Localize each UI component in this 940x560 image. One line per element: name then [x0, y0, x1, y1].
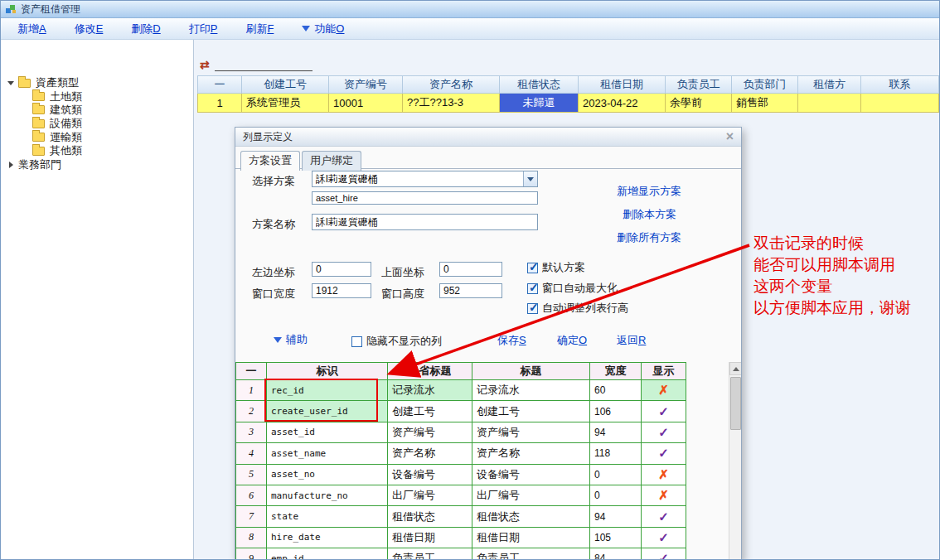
identifier-cell[interactable]: asset_id [267, 422, 388, 443]
header-dept[interactable]: 负责部门 [732, 75, 798, 94]
column-def-row[interactable]: 2 create_user_id 创建工号 创建工号 106 ✓ [235, 401, 729, 422]
show-flag-cell[interactable]: ✓ [642, 401, 686, 422]
asset-row[interactable]: 1 系统管理员 10001 ??工??13-3 未歸還 2023-04-22 余… [197, 94, 939, 113]
scheme-name-field[interactable] [312, 214, 538, 230]
asset-id-cell[interactable]: 10001 [329, 94, 403, 113]
grid-scrollbar[interactable] [729, 362, 742, 560]
title-cell[interactable]: 创建工号 [472, 401, 590, 422]
back-button[interactable]: 返回R [617, 333, 646, 348]
header-row-selector[interactable]: 一 [235, 362, 267, 380]
show-flag-cell[interactable]: ✗ [642, 380, 686, 401]
tab-scheme-settings[interactable]: 方案设置 [240, 151, 300, 171]
dept-cell[interactable]: 銷售部 [732, 94, 798, 113]
hide-hidden-columns-checkbox[interactable]: 隐藏不显示的列 [351, 334, 442, 349]
show-flag-cell[interactable]: ✓ [642, 443, 686, 464]
collapse-arrow-icon[interactable] [9, 162, 13, 168]
column-def-row[interactable]: 4 asset_name 资产名称 资产名称 118 ✓ [235, 443, 729, 464]
show-flag-cell[interactable]: ✗ [642, 485, 686, 506]
tree-node-business-dept[interactable]: 業務部門 [1, 157, 193, 171]
top-coord-field[interactable] [439, 262, 502, 277]
header-create-user[interactable]: 创建工号 [242, 75, 329, 94]
default-title-cell[interactable]: 资产编号 [388, 422, 472, 443]
tree-node-building[interactable]: 建筑類 [1, 104, 193, 117]
default-title-cell[interactable]: 记录流水 [388, 380, 472, 401]
header-width[interactable]: 宽度 [590, 362, 642, 380]
identifier-cell[interactable]: create_user_id [267, 401, 388, 422]
width-cell[interactable]: 94 [590, 422, 642, 443]
header-state[interactable]: 租借状态 [500, 75, 579, 94]
identifier-cell[interactable]: rec_id [267, 380, 388, 401]
checkbox-icon[interactable] [527, 283, 538, 294]
quick-filter-input[interactable] [215, 59, 313, 71]
tree-node-asset-types[interactable]: 資產類型 [1, 76, 193, 89]
column-def-row[interactable]: 7 state 租借状态 租借状态 94 ✓ [235, 506, 729, 527]
default-title-cell[interactable]: 负责员工 [388, 548, 472, 560]
width-cell[interactable]: 105 [590, 528, 642, 548]
title-cell[interactable]: 租借日期 [472, 528, 590, 548]
title-cell[interactable]: 资产编号 [472, 422, 590, 443]
add-scheme-link[interactable]: 新增显示方案 [617, 184, 681, 199]
new-button[interactable]: 新增A [17, 22, 46, 36]
tab-user-binding[interactable]: 用户绑定 [302, 151, 361, 171]
reorder-columns-icon[interactable]: ⇄ [200, 58, 210, 71]
aux-menu-button[interactable]: 辅助 [274, 332, 308, 347]
header-identifier[interactable]: 标识 [267, 362, 388, 380]
contact-cell[interactable] [861, 94, 939, 113]
tree-node-land[interactable]: 土地類 [1, 89, 193, 103]
show-flag-cell[interactable]: ✓ [642, 548, 686, 560]
header-renter[interactable]: 租借方 [798, 75, 861, 94]
left-coord-field[interactable] [312, 262, 371, 277]
default-title-cell[interactable]: 设备编号 [388, 465, 472, 485]
scroll-up-icon[interactable] [729, 362, 742, 375]
default-title-cell[interactable]: 创建工号 [388, 401, 472, 422]
scheme-select[interactable]: 訸l莉逫質礳桶 [312, 171, 538, 187]
save-button[interactable]: 保存S [497, 333, 526, 348]
chevron-down-icon[interactable] [523, 171, 537, 186]
scrollbar-thumb[interactable] [730, 377, 741, 430]
edit-button[interactable]: 修改E [75, 22, 104, 36]
column-def-row[interactable]: 3 asset_id 资产编号 资产编号 94 ✓ [235, 422, 729, 443]
header-row-selector[interactable]: 一 [197, 75, 242, 94]
checkbox-icon[interactable] [527, 303, 538, 314]
print-button[interactable]: 打印P [189, 22, 218, 36]
identifier-cell[interactable]: asset_no [267, 465, 388, 485]
close-icon[interactable]: × [726, 130, 734, 143]
column-def-row[interactable]: 8 hire_date 租借日期 租借日期 105 ✓ [235, 528, 729, 548]
title-cell[interactable]: 负责员工 [472, 548, 590, 560]
default-title-cell[interactable]: 资产名称 [388, 443, 472, 464]
scheme-code-field[interactable] [312, 191, 538, 205]
column-def-row[interactable]: 5 asset_no 设备编号 设备编号 0 ✗ [235, 465, 729, 485]
title-cell[interactable]: 出厂编号 [472, 485, 590, 506]
tree-node-equipment[interactable]: 設備類 [1, 117, 193, 130]
delete-scheme-link[interactable]: 删除本方案 [623, 207, 676, 222]
show-flag-cell[interactable]: ✓ [642, 528, 686, 548]
width-cell[interactable]: 106 [590, 401, 642, 422]
title-cell[interactable]: 租借状态 [472, 506, 590, 527]
identifier-cell[interactable]: manufacture_no [267, 485, 388, 506]
auto-row-height-checkbox[interactable]: 自动调整列表行高 [527, 301, 628, 316]
default-title-cell[interactable]: 出厂编号 [388, 485, 472, 506]
window-height-field[interactable] [439, 283, 502, 298]
header-hire-date[interactable]: 租借日期 [579, 75, 666, 94]
header-contact[interactable]: 联系 [861, 75, 939, 94]
hire-date-cell[interactable]: 2023-04-22 [579, 94, 666, 113]
header-title[interactable]: 标题 [472, 362, 590, 380]
checkbox-icon[interactable] [527, 263, 538, 273]
header-show[interactable]: 显示 [642, 362, 686, 380]
checkbox-icon[interactable] [351, 336, 362, 347]
dialog-title-bar[interactable]: 列显示定义 × [235, 128, 741, 147]
renter-cell[interactable] [798, 94, 861, 113]
function-menu-button[interactable]: 功能O [302, 22, 344, 36]
ok-button[interactable]: 确定O [557, 333, 587, 348]
auto-maximize-checkbox[interactable]: 窗口自动最大化 [527, 281, 618, 296]
delete-all-schemes-link[interactable]: 删除所有方案 [617, 230, 681, 245]
refresh-button[interactable]: 刷新F [245, 22, 274, 36]
show-flag-cell[interactable]: ✓ [642, 422, 686, 443]
window-width-field[interactable] [312, 283, 371, 298]
header-asset-name[interactable]: 资产名称 [403, 75, 500, 94]
width-cell[interactable]: 0 [590, 465, 642, 485]
row-number-cell[interactable]: 1 [197, 94, 242, 113]
show-flag-cell[interactable]: ✗ [642, 465, 686, 485]
width-cell[interactable]: 0 [590, 485, 642, 506]
width-cell[interactable]: 94 [590, 506, 642, 527]
